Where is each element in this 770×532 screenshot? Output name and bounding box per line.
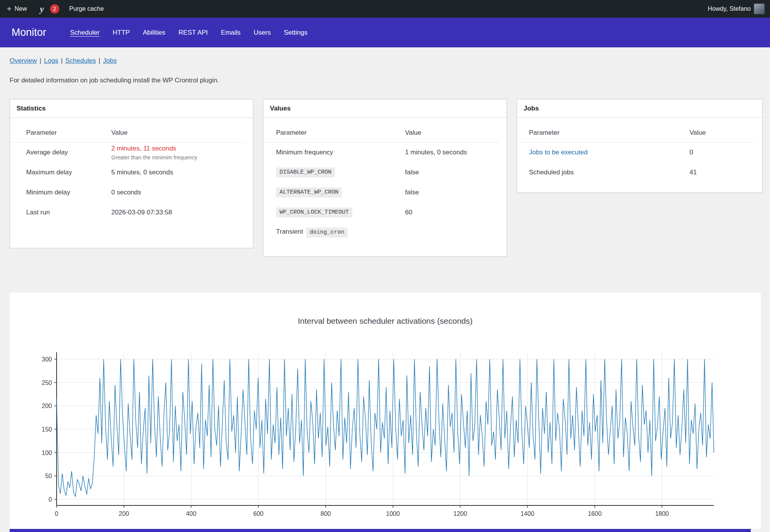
code-chip: ALTERNATE_WP_CRON [276, 187, 342, 198]
column-header-value: Value [111, 129, 245, 137]
yoast-menu[interactable]: y 2 [37, 4, 59, 14]
y-tick-label-100: 100 [42, 450, 52, 456]
jobs-card: Jobs ParameterValueJobs to be executed0S… [517, 99, 763, 193]
value-cell: 2 minutes, 11 secondsGreater than the mi… [111, 145, 253, 161]
table-row: Average delay2 minutes, 11 secondsGreate… [10, 142, 253, 162]
param-cell: Average delay [26, 149, 111, 156]
y-tick-label-300: 300 [42, 356, 52, 363]
y-tick-label-150: 150 [42, 426, 52, 433]
param-cell: Scheduled jobs [529, 169, 690, 176]
breadcrumb-link-overview[interactable]: Overview [10, 57, 37, 64]
column-header-parameter: Parameter [26, 129, 111, 137]
next-section-bar [10, 529, 751, 532]
value-text: 41 [690, 169, 697, 176]
value-cell: 0 [690, 149, 762, 156]
value-cell: 60 [405, 209, 507, 216]
param-label: Transient [276, 228, 303, 235]
value-text: 0 seconds [111, 189, 141, 196]
param-cell: Maximum delay [26, 169, 111, 176]
breadcrumb-separator: | [61, 57, 62, 64]
value-text: false [405, 189, 419, 196]
value-text: 60 [405, 209, 412, 216]
values-card: Values ParameterValueMinimum frequency1 … [263, 99, 507, 257]
x-tick-label-400: 400 [186, 510, 196, 517]
param-label: Last run [26, 209, 50, 216]
x-tick-label-1200: 1200 [454, 510, 467, 517]
nav-item-abilities[interactable]: Abilities [143, 29, 166, 37]
plugin-nav: Monitor SchedulerHTTPAbilitiesREST APIEm… [0, 18, 770, 47]
nav-item-settings[interactable]: Settings [284, 29, 307, 37]
nav-item-emails[interactable]: Emails [221, 29, 241, 37]
param-link[interactable]: Jobs to be executed [529, 149, 588, 156]
param-label: Maximum delay [26, 169, 72, 176]
param-label: Average delay [26, 149, 68, 156]
y-tick-label-250: 250 [42, 380, 52, 386]
new-button[interactable]: + New [7, 5, 27, 13]
card-title: Jobs [517, 99, 762, 118]
statistics-table: ParameterValueAverage delay2 minutes, 11… [10, 118, 253, 223]
value-cell: 1 minutes, 0 seconds [405, 149, 507, 156]
account-menu[interactable]: Howdy, Stefano [708, 3, 765, 14]
column-header-parameter: Parameter [276, 129, 405, 137]
value-cell: false [405, 189, 507, 196]
value-note: Greater than the minimim frequency [111, 154, 247, 161]
new-label: New [15, 5, 27, 12]
code-chip: DISABLE_WP_CRON [276, 167, 335, 178]
purge-cache-label: Purge cache [69, 5, 104, 12]
table-row: Jobs to be executed0 [517, 142, 762, 162]
param-cell: Transientdoing_cron [276, 228, 405, 238]
nav-menu: SchedulerHTTPAbilitiesREST APIEmailsUser… [70, 29, 308, 37]
table-row: WP_CRON_LOCK_TIMEOUT60 [263, 202, 507, 223]
breadcrumb: Overview|Logs|Schedules|Jobs [10, 57, 117, 65]
chart-card: 0200400600800100012001400160018000501001… [10, 293, 761, 529]
table-row: ALTERNATE_WP_CRONfalse [263, 182, 507, 202]
x-tick-label-800: 800 [321, 510, 331, 517]
param-cell: Jobs to be executed [529, 149, 690, 156]
value-cell: 5 minutes, 0 seconds [111, 169, 253, 176]
nav-item-scheduler[interactable]: Scheduler [70, 29, 100, 37]
value-text: false [405, 169, 419, 176]
card-title: Statistics [10, 99, 253, 118]
value-text: 5 minutes, 0 seconds [111, 169, 173, 176]
plus-icon: + [7, 5, 12, 13]
nav-item-rest-api[interactable]: REST API [179, 29, 208, 37]
x-tick-label-0: 0 [55, 510, 59, 517]
nav-item-users[interactable]: Users [254, 29, 271, 37]
column-header-parameter: Parameter [529, 129, 690, 137]
param-cell: WP_CRON_LOCK_TIMEOUT [276, 207, 405, 218]
table-row: Scheduled jobs41 [517, 162, 762, 182]
x-tick-label-1400: 1400 [521, 510, 534, 517]
page-title: Monitor [12, 27, 46, 38]
breadcrumb-link-jobs[interactable]: Jobs [103, 57, 117, 64]
x-tick-label-600: 600 [253, 510, 264, 517]
table-header-row: ParameterValue [10, 123, 245, 142]
value-text: 2 minutes, 11 seconds [111, 145, 176, 152]
x-tick-label-1800: 1800 [655, 510, 669, 517]
value-text: 0 [690, 149, 693, 156]
breadcrumb-separator: | [40, 57, 41, 64]
x-tick-label-1600: 1600 [588, 510, 602, 517]
avatar [754, 3, 765, 14]
chart-title: Interval between scheduler activations (… [10, 316, 761, 326]
param-label: Scheduled jobs [529, 169, 574, 176]
param-cell: ALTERNATE_WP_CRON [276, 187, 405, 198]
param-cell: DISABLE_WP_CRON [276, 167, 405, 178]
x-tick-label-200: 200 [119, 510, 129, 517]
column-header-value: Value [405, 129, 499, 137]
value-text: 1 minutes, 0 seconds [405, 149, 467, 156]
code-chip: WP_CRON_LOCK_TIMEOUT [276, 207, 352, 218]
purge-cache-button[interactable]: Purge cache [69, 5, 104, 12]
table-row: Minimum delay0 seconds [10, 182, 253, 202]
nav-item-http[interactable]: HTTP [113, 29, 130, 37]
jobs-table: ParameterValueJobs to be executed0Schedu… [517, 118, 762, 182]
breadcrumb-separator: | [99, 57, 100, 64]
breadcrumb-link-logs[interactable]: Logs [44, 57, 58, 64]
value-cell: 41 [690, 169, 762, 176]
code-chip: doing_cron [306, 228, 348, 238]
y-tick-label-0: 0 [49, 496, 52, 503]
breadcrumb-link-schedules[interactable]: Schedules [65, 57, 96, 64]
card-title: Values [263, 99, 507, 118]
column-header-value: Value [690, 129, 755, 137]
yoast-notification-badge: 2 [50, 4, 59, 13]
admin-bar: + New y 2 Purge cache Howdy, Stefano [0, 0, 770, 18]
